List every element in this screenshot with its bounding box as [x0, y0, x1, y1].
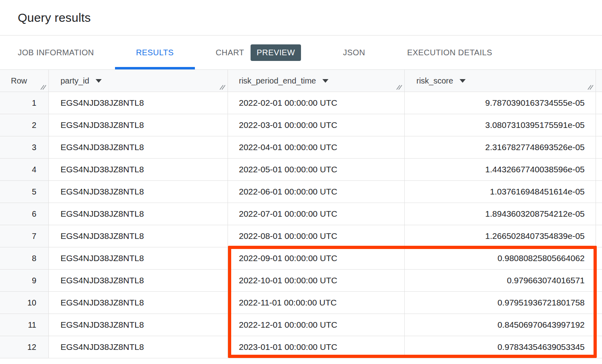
party-id-cell: EGS4NJD38JZ8NTL8	[49, 136, 228, 159]
row-spacer	[596, 159, 602, 181]
risk-period-end-time-cell: 2022-06-01 00:00:00 UTC	[228, 181, 405, 203]
row-spacer	[596, 336, 602, 358]
row-number-cell: 3	[0, 136, 49, 159]
column-dropdown-icon[interactable]	[322, 79, 328, 83]
row-spacer	[596, 292, 602, 314]
risk-score-cell: 0.98080825805664062	[405, 247, 596, 270]
party-id-cell: EGS4NJD38JZ8NTL8	[49, 181, 228, 203]
risk-period-end-time-cell: 2022-10-01 00:00:00 UTC	[228, 270, 405, 292]
risk-score-cell: 0.97951936721801758	[405, 292, 596, 314]
row-spacer	[596, 181, 602, 203]
table-row: 1 EGS4NJD38JZ8NTL8 2022-02-01 00:00:00 U…	[0, 92, 602, 114]
risk-period-end-time-cell: 2022-02-01 00:00:00 UTC	[228, 92, 405, 114]
row-number-cell: 9	[0, 270, 49, 292]
tab-chart[interactable]: CHART PREVIEW	[195, 36, 322, 69]
row-spacer	[596, 247, 602, 270]
table-row: 4 EGS4NJD38JZ8NTL8 2022-05-01 00:00:00 U…	[0, 159, 602, 181]
column-header-risk-period-end-time[interactable]: risk_period_end_time	[228, 70, 405, 92]
column-resize-handle[interactable]	[40, 84, 46, 90]
row-number-cell: 10	[0, 292, 49, 314]
tab-execution-details[interactable]: EXECUTION DETAILS	[386, 36, 513, 69]
risk-score-cell: 1.037616948451614e-05	[405, 181, 596, 203]
risk-score-cell: 9.7870390163734555e-05	[405, 92, 596, 114]
risk-period-end-time-cell: 2022-05-01 00:00:00 UTC	[228, 159, 405, 181]
risk-score-cell: 2.3167827748693526e-05	[405, 136, 596, 159]
tab-job-information-label: JOB INFORMATION	[18, 48, 94, 57]
row-number-cell: 12	[0, 336, 49, 358]
title-bar: Query results	[0, 0, 602, 36]
table-row: 12 EGS4NJD38JZ8NTL8 2023-01-01 00:00:00 …	[0, 336, 602, 358]
column-header-row: Row	[0, 70, 49, 92]
row-spacer	[596, 270, 602, 292]
column-header-risk-period-end-time-label: risk_period_end_time	[239, 76, 316, 86]
column-dropdown-icon[interactable]	[96, 79, 102, 83]
table-row: 3 EGS4NJD38JZ8NTL8 2022-04-01 00:00:00 U…	[0, 136, 602, 159]
party-id-cell: EGS4NJD38JZ8NTL8	[49, 314, 228, 336]
row-number-cell: 7	[0, 225, 49, 247]
row-spacer	[596, 314, 602, 336]
tab-json-label: JSON	[343, 48, 365, 57]
party-id-cell: EGS4NJD38JZ8NTL8	[49, 114, 228, 136]
risk-score-cell: 3.0807310395175591e-05	[405, 114, 596, 136]
risk-period-end-time-cell: 2022-11-01 00:00:00 UTC	[228, 292, 405, 314]
row-number-cell: 8	[0, 247, 49, 270]
row-number-cell: 11	[0, 314, 49, 336]
party-id-cell: EGS4NJD38JZ8NTL8	[49, 92, 228, 114]
row-number-cell: 2	[0, 114, 49, 136]
risk-score-cell: 1.4432667740038596e-05	[405, 159, 596, 181]
risk-period-end-time-cell: 2022-07-01 00:00:00 UTC	[228, 203, 405, 225]
risk-score-cell: 1.2665028407354839e-05	[405, 225, 596, 247]
column-header-party-id[interactable]: party_id	[49, 70, 228, 92]
row-spacer	[596, 114, 602, 136]
risk-period-end-time-cell: 2022-12-01 00:00:00 UTC	[228, 314, 405, 336]
column-header-row-label: Row	[11, 76, 27, 86]
row-number-cell: 6	[0, 203, 49, 225]
column-resize-handle[interactable]	[587, 84, 594, 90]
risk-period-end-time-cell: 2022-04-01 00:00:00 UTC	[228, 136, 405, 159]
row-spacer	[596, 203, 602, 225]
table-row: 8 EGS4NJD38JZ8NTL8 2022-09-01 00:00:00 U…	[0, 247, 602, 270]
tab-job-information[interactable]: JOB INFORMATION	[0, 36, 115, 69]
risk-period-end-time-cell: 2023-01-01 00:00:00 UTC	[228, 336, 405, 358]
risk-period-end-time-cell: 2022-03-01 00:00:00 UTC	[228, 114, 405, 136]
risk-score-cell: 0.84506970643997192	[405, 314, 596, 336]
tab-chart-label: CHART	[216, 48, 245, 57]
risk-period-end-time-cell: 2022-08-01 00:00:00 UTC	[228, 225, 405, 247]
column-header-party-id-label: party_id	[61, 76, 89, 86]
table-row: 7 EGS4NJD38JZ8NTL8 2022-08-01 00:00:00 U…	[0, 225, 602, 247]
row-number-cell: 5	[0, 181, 49, 203]
party-id-cell: EGS4NJD38JZ8NTL8	[49, 292, 228, 314]
column-header-risk-score[interactable]: risk_score	[405, 70, 596, 92]
risk-score-cell: 1.8943603208754212e-05	[405, 203, 596, 225]
table-row: 2 EGS4NJD38JZ8NTL8 2022-03-01 00:00:00 U…	[0, 114, 602, 136]
party-id-cell: EGS4NJD38JZ8NTL8	[49, 225, 228, 247]
table-row: 10 EGS4NJD38JZ8NTL8 2022-11-01 00:00:00 …	[0, 292, 602, 314]
column-header-risk-score-label: risk_score	[416, 76, 453, 86]
row-spacer	[596, 136, 602, 159]
table-row: 11 EGS4NJD38JZ8NTL8 2022-12-01 00:00:00 …	[0, 314, 602, 336]
column-resize-handle[interactable]	[219, 84, 226, 90]
party-id-cell: EGS4NJD38JZ8NTL8	[49, 270, 228, 292]
tab-results[interactable]: RESULTS	[115, 36, 195, 69]
row-spacer	[596, 225, 602, 247]
row-number-cell: 4	[0, 159, 49, 181]
risk-period-end-time-cell: 2022-09-01 00:00:00 UTC	[228, 247, 405, 270]
preview-badge: PREVIEW	[251, 44, 301, 61]
risk-score-cell: 0.97834354639053345	[405, 336, 596, 358]
column-dropdown-icon[interactable]	[460, 79, 466, 83]
table-row: 9 EGS4NJD38JZ8NTL8 2022-10-01 00:00:00 U…	[0, 270, 602, 292]
column-header-spacer	[596, 70, 602, 92]
risk-score-cell: 0.979663074016571	[405, 270, 596, 292]
table-header-row: Row party_id risk_period_end_time ris	[0, 70, 602, 92]
page-title: Query results	[18, 11, 91, 25]
tab-json[interactable]: JSON	[322, 36, 386, 69]
table-row: 6 EGS4NJD38JZ8NTL8 2022-07-01 00:00:00 U…	[0, 203, 602, 225]
row-number-cell: 1	[0, 92, 49, 114]
tab-execution-details-label: EXECUTION DETAILS	[407, 48, 492, 57]
party-id-cell: EGS4NJD38JZ8NTL8	[49, 159, 228, 181]
row-spacer	[596, 92, 602, 114]
tab-strip: JOB INFORMATION RESULTS CHART PREVIEW JS…	[0, 36, 602, 69]
party-id-cell: EGS4NJD38JZ8NTL8	[49, 203, 228, 225]
column-resize-handle[interactable]	[396, 84, 402, 90]
tab-results-label: RESULTS	[136, 48, 174, 57]
